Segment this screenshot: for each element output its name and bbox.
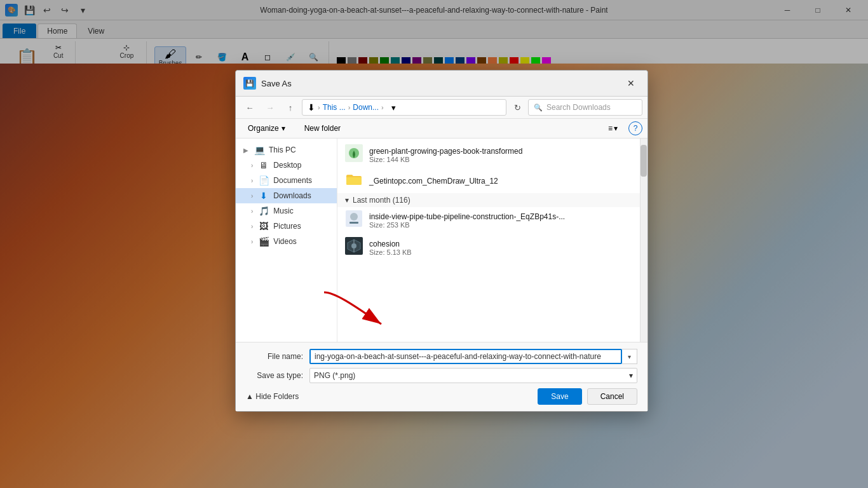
dialog-close-button[interactable]: ✕	[622, 76, 640, 91]
filename-dropdown[interactable]: ▾	[622, 349, 637, 364]
this-pc-label: This PC	[269, 146, 296, 154]
chemdraw-name: _Getintopc.com_ChemDraw_Ultra_12	[369, 177, 640, 186]
sidebar-item-this-pc[interactable]: ▶ 💻 This PC	[236, 142, 337, 158]
chemdraw-details: _Getintopc.com_ChemDraw_Ultra_12	[369, 177, 640, 186]
downloads-icon: ⬇	[258, 191, 269, 201]
help-button[interactable]: ?	[628, 121, 642, 135]
save-as-dialog: 💾 Save As ✕ ← → ↑ ⬇ › This ... › Down...…	[235, 70, 648, 412]
dialog-body: ▶ 💻 This PC › 🖥 Desktop › 📄 Documents › …	[236, 139, 648, 342]
music-label: Music	[273, 207, 293, 215]
pictures-icon: 🖼	[258, 221, 269, 231]
search-box[interactable]: 🔍 Search Downloads	[528, 99, 642, 116]
sidebar-item-videos[interactable]: › 🎬 Videos	[236, 234, 337, 249]
organize-dropdown-icon: ▾	[281, 124, 285, 133]
file-list-scrollbar[interactable]	[640, 139, 648, 342]
downloads-arrow: ›	[251, 193, 253, 200]
documents-icon: 📄	[258, 175, 269, 186]
music-icon: 🎵	[258, 206, 269, 216]
pictures-label: Pictures	[273, 222, 301, 231]
back-button[interactable]: ←	[241, 99, 259, 116]
downloads-label: Downloads	[273, 191, 311, 200]
dialog-footer: ▲ Hide Folders Save Cancel	[246, 388, 637, 405]
address-breadcrumb[interactable]: ⬇ › This ... › Down... › ▾	[302, 99, 506, 116]
videos-icon: 🎬	[258, 236, 269, 247]
cohesion-size: Size: 5.13 KB	[369, 248, 640, 256]
organize-button[interactable]: Organize ▾	[241, 121, 292, 135]
documents-arrow: ›	[251, 177, 253, 184]
search-placeholder: Search Downloads	[546, 103, 611, 112]
file-list-area: green-plant-growing-pages-book-transform…	[337, 139, 648, 342]
green-plant-size: Size: 144 KB	[369, 156, 640, 163]
filename-row: File name: ▾	[246, 349, 637, 364]
save-button[interactable]: Save	[538, 388, 581, 405]
dialog-title-text: Save As	[261, 79, 622, 88]
svg-point-7	[351, 243, 356, 248]
breadcrumb-this-pc[interactable]: This ...	[323, 103, 346, 112]
last-month-chevron: ▾	[345, 196, 349, 205]
hide-folders-button[interactable]: ▲ Hide Folders	[246, 392, 532, 401]
view-dropdown-icon: ▾	[614, 124, 618, 133]
breadcrumb-downloads[interactable]: Down...	[353, 103, 379, 112]
download-icon-breadcrumb: ⬇	[308, 102, 315, 112]
dialog-title-icon: 💾	[243, 77, 256, 90]
up-button[interactable]: ↑	[281, 99, 299, 116]
pictures-arrow: ›	[251, 223, 253, 230]
dialog-sidebar: ▶ 💻 This PC › 🖥 Desktop › 📄 Documents › …	[236, 139, 337, 342]
savetype-row: Save as type: PNG (*.png) ▾	[246, 368, 637, 383]
desktop-arrow: ›	[251, 162, 253, 169]
file-item-chemdraw[interactable]: _Getintopc.com_ChemDraw_Ultra_12	[337, 169, 648, 193]
cohesion-icon	[345, 237, 363, 259]
breadcrumb-dropdown[interactable]: ▾	[386, 99, 402, 116]
videos-label: Videos	[273, 237, 296, 246]
green-plant-details: green-plant-growing-pages-book-transform…	[369, 147, 640, 163]
filename-input[interactable]	[309, 349, 622, 364]
forward-button[interactable]: →	[261, 99, 279, 116]
cohesion-name: cohesion	[369, 240, 640, 248]
refresh-button[interactable]: ↻	[509, 99, 526, 116]
cohesion-details: cohesion Size: 5.13 KB	[369, 240, 640, 256]
savetype-value: PNG (*.png)	[314, 371, 355, 380]
pipeline-size: Size: 253 KB	[369, 221, 640, 229]
savetype-label: Save as type:	[246, 371, 309, 380]
chemdraw-folder-icon	[345, 172, 363, 190]
this-pc-icon: 💻	[254, 145, 265, 155]
filename-label: File name:	[246, 352, 309, 361]
desktop-label: Desktop	[273, 161, 301, 170]
dialog-address-bar: ← → ↑ ⬇ › This ... › Down... › ▾ ↻ 🔍 Sea…	[236, 97, 648, 119]
file-item-pipeline[interactable]: inside-view-pipe-tube-pipeline-construct…	[337, 207, 648, 234]
this-pc-arrow: ▶	[243, 147, 248, 154]
sidebar-item-downloads[interactable]: › ⬇ Downloads	[236, 188, 337, 203]
savetype-select[interactable]: PNG (*.png) ▾	[309, 368, 637, 383]
sidebar-item-desktop[interactable]: › 🖥 Desktop	[236, 158, 337, 173]
svg-point-3	[350, 213, 358, 220]
desktop-icon: 🖥	[258, 160, 269, 170]
file-list-scrollbar-thumb	[641, 145, 647, 177]
sidebar-item-music[interactable]: › 🎵 Music	[236, 203, 337, 219]
green-plant-name: green-plant-growing-pages-book-transform…	[369, 147, 640, 156]
view-button[interactable]: ≡ ▾	[602, 121, 623, 135]
dialog-title-bar: 💾 Save As ✕	[236, 71, 648, 97]
music-arrow: ›	[251, 208, 253, 215]
svg-rect-4	[349, 222, 358, 224]
videos-arrow: ›	[251, 238, 253, 245]
new-folder-button[interactable]: New folder	[297, 121, 348, 135]
pipeline-icon	[345, 210, 363, 231]
pipeline-details: inside-view-pipe-tube-pipeline-construct…	[369, 212, 640, 229]
organize-label: Organize	[248, 124, 279, 133]
sidebar-item-pictures[interactable]: › 🖼 Pictures	[236, 219, 337, 234]
hide-folders-label: ▲ Hide Folders	[246, 392, 299, 401]
green-plant-icon	[345, 144, 363, 166]
view-icon: ≡	[608, 124, 613, 133]
sidebar-item-documents[interactable]: › 📄 Documents	[236, 173, 337, 188]
savetype-dropdown-icon: ▾	[629, 371, 633, 380]
documents-label: Documents	[273, 176, 312, 185]
pipeline-name: inside-view-pipe-tube-pipeline-construct…	[369, 212, 640, 221]
last-month-label: Last month (116)	[353, 196, 410, 205]
dialog-bottom: File name: ▾ Save as type: PNG (*.png) ▾…	[236, 342, 648, 411]
cancel-button[interactable]: Cancel	[587, 388, 637, 405]
file-item-cohesion[interactable]: cohesion Size: 5.13 KB	[337, 234, 648, 262]
file-item-green-plant[interactable]: green-plant-growing-pages-book-transform…	[337, 141, 648, 169]
dialog-toolbar: Organize ▾ New folder ≡ ▾ ?	[236, 119, 648, 139]
last-month-section[interactable]: ▾ Last month (116)	[337, 193, 648, 207]
search-icon: 🔍	[534, 104, 543, 112]
